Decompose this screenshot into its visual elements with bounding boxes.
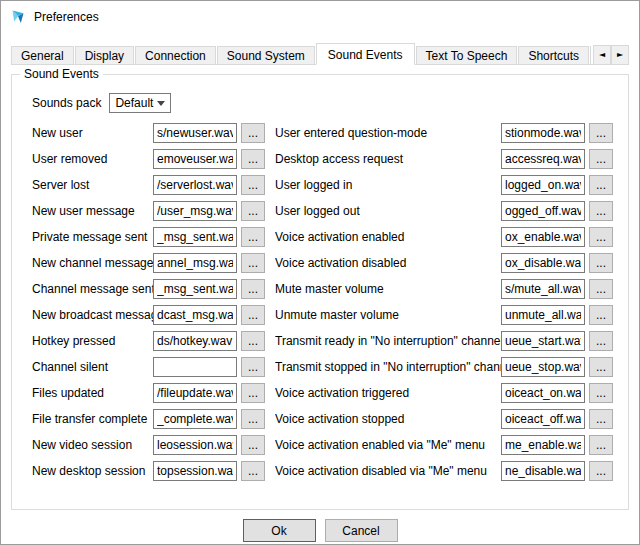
sound-event-row: User logged in...: [275, 175, 613, 195]
sound-file-input[interactable]: [153, 331, 237, 351]
browse-button[interactable]: ...: [241, 435, 265, 455]
browse-button[interactable]: ...: [589, 435, 613, 455]
sound-file-input[interactable]: [153, 149, 237, 169]
sound-event-label: Channel silent: [32, 360, 153, 374]
browse-button[interactable]: ...: [241, 149, 265, 169]
sound-file-input[interactable]: [153, 461, 237, 481]
browse-button[interactable]: ...: [241, 253, 265, 273]
sound-file-input[interactable]: [153, 435, 237, 455]
sound-file-input[interactable]: [501, 279, 585, 299]
sounds-pack-select[interactable]: Default: [109, 93, 171, 113]
ok-button[interactable]: Ok: [243, 519, 316, 542]
tab-shortcuts[interactable]: Shortcuts: [518, 46, 589, 65]
chevron-down-icon: [157, 101, 165, 106]
browse-button[interactable]: ...: [589, 123, 613, 143]
browse-button[interactable]: ...: [241, 279, 265, 299]
sound-event-label: Private message sent: [32, 230, 153, 244]
sound-event-label: File transfer complete: [32, 412, 153, 426]
group-title: Sound Events: [20, 67, 103, 81]
sound-event-label: Mute master volume: [275, 282, 501, 296]
tab-connection[interactable]: Connection: [135, 46, 216, 65]
browse-button[interactable]: ...: [589, 331, 613, 351]
sound-event-row: Hotkey pressed...: [32, 331, 265, 351]
sounds-pack-value: Default: [115, 96, 153, 110]
tab-video[interactable]: Video: [590, 46, 591, 65]
sound-file-input[interactable]: [153, 305, 237, 325]
tab-sound-system[interactable]: Sound System: [217, 46, 315, 65]
sound-file-input[interactable]: [153, 409, 237, 429]
sound-file-input[interactable]: [501, 383, 585, 403]
sound-file-input[interactable]: [153, 201, 237, 221]
sound-event-row: New desktop session...: [32, 461, 265, 481]
browse-button[interactable]: ...: [589, 279, 613, 299]
browse-button[interactable]: ...: [241, 383, 265, 403]
browse-button[interactable]: ...: [589, 461, 613, 481]
sound-file-input[interactable]: [153, 279, 237, 299]
browse-button[interactable]: ...: [241, 461, 265, 481]
sound-file-input[interactable]: [501, 149, 585, 169]
sound-file-input[interactable]: [501, 409, 585, 429]
sound-file-input[interactable]: [501, 435, 585, 455]
cancel-button[interactable]: Cancel: [325, 519, 398, 542]
sound-event-row: Voice activation enabled via "Me" menu..…: [275, 435, 613, 455]
sound-event-label: Unmute master volume: [275, 308, 501, 322]
sound-file-input[interactable]: [501, 227, 585, 247]
browse-button[interactable]: ...: [241, 305, 265, 325]
sound-file-input[interactable]: [501, 305, 585, 325]
sound-file-input[interactable]: [501, 201, 585, 221]
titlebar: Preferences: [1, 1, 639, 33]
browse-button[interactable]: ...: [241, 201, 265, 221]
sound-file-input[interactable]: [153, 227, 237, 247]
browse-button[interactable]: ...: [241, 331, 265, 351]
browse-button[interactable]: ...: [589, 175, 613, 195]
browse-button[interactable]: ...: [241, 409, 265, 429]
tab-text-to-speech[interactable]: Text To Speech: [416, 46, 518, 65]
sound-event-label: Voice activation enabled: [275, 230, 501, 244]
tab-sound-events[interactable]: Sound Events: [316, 43, 415, 65]
tab-scroll-right-button[interactable]: ►: [611, 45, 629, 65]
browse-button[interactable]: ...: [589, 201, 613, 221]
browse-button[interactable]: ...: [589, 253, 613, 273]
tab-scroll-controls: ◄ ►: [593, 45, 629, 65]
tab-scroll-left-button[interactable]: ◄: [593, 45, 611, 65]
tab-display[interactable]: Display: [75, 46, 134, 65]
sound-file-input[interactable]: [501, 461, 585, 481]
browse-button[interactable]: ...: [241, 175, 265, 195]
sound-event-label: User logged in: [275, 178, 501, 192]
tab-bar: GeneralDisplayConnectionSound SystemSoun…: [11, 43, 629, 65]
right-column: User entered question-mode...Desktop acc…: [275, 123, 613, 487]
sound-event-row: Voice activation triggered...: [275, 383, 613, 403]
sound-event-row: New video session...: [32, 435, 265, 455]
sound-event-row: Desktop access request...: [275, 149, 613, 169]
arrow-right-icon: ►: [617, 50, 623, 59]
sound-file-input[interactable]: [501, 331, 585, 351]
sound-file-input[interactable]: [501, 357, 585, 377]
sound-event-label: Voice activation disabled: [275, 256, 501, 270]
browse-button[interactable]: ...: [589, 305, 613, 325]
app-icon: [10, 9, 26, 25]
sound-events-form: New user...User removed...Server lost...…: [32, 123, 628, 487]
browse-button[interactable]: ...: [589, 383, 613, 403]
browse-button[interactable]: ...: [589, 227, 613, 247]
browse-button[interactable]: ...: [589, 409, 613, 429]
sound-file-input[interactable]: [153, 175, 237, 195]
tab-general[interactable]: General: [11, 46, 74, 65]
browse-button[interactable]: ...: [241, 227, 265, 247]
sound-event-row: Server lost...: [32, 175, 265, 195]
sound-file-input[interactable]: [153, 253, 237, 273]
sound-file-input[interactable]: [153, 383, 237, 403]
sound-event-label: Channel message sent: [32, 282, 153, 296]
browse-button[interactable]: ...: [241, 357, 265, 377]
browse-button[interactable]: ...: [241, 123, 265, 143]
sound-file-input[interactable]: [501, 175, 585, 195]
sound-file-input[interactable]: [501, 253, 585, 273]
sound-file-input[interactable]: [501, 123, 585, 143]
sound-event-label: New channel message: [32, 256, 153, 270]
sound-file-input[interactable]: [153, 357, 237, 377]
browse-button[interactable]: ...: [589, 357, 613, 377]
sound-event-row: Voice activation enabled...: [275, 227, 613, 247]
browse-button[interactable]: ...: [589, 149, 613, 169]
sound-event-label: New video session: [32, 438, 153, 452]
sound-event-row: New user...: [32, 123, 265, 143]
sound-file-input[interactable]: [153, 123, 237, 143]
